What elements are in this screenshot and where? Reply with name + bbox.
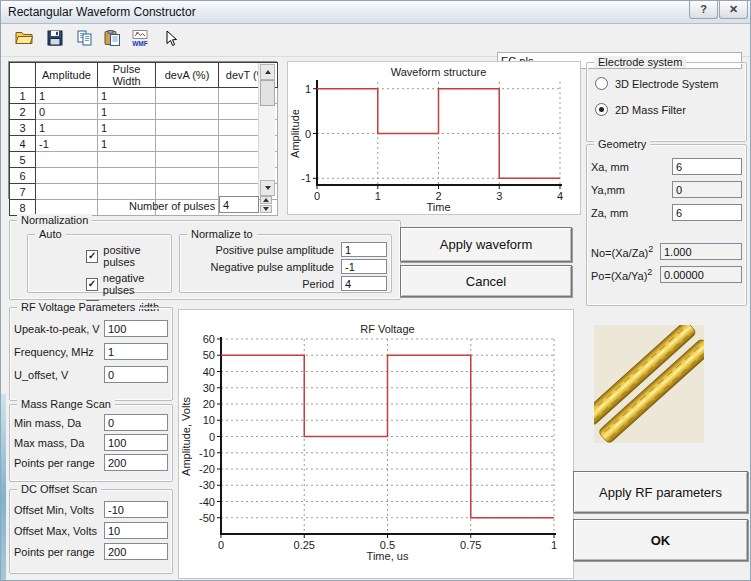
field-input[interactable] bbox=[672, 158, 742, 175]
table-scrollbar[interactable] bbox=[258, 63, 275, 197]
title-bar[interactable]: Rectangular Waveform Constructor ? ✕ bbox=[1, 1, 750, 24]
table-cell[interactable] bbox=[98, 168, 156, 184]
field-input[interactable] bbox=[341, 259, 387, 274]
field-input[interactable] bbox=[341, 276, 387, 291]
scroll-up-button[interactable] bbox=[260, 64, 275, 80]
table-row[interactable]: 201 bbox=[10, 104, 278, 120]
table-row[interactable]: 6 bbox=[10, 168, 278, 184]
apply-waveform-button[interactable]: Apply waveform bbox=[400, 227, 572, 262]
scroll-down-button[interactable] bbox=[260, 180, 275, 196]
spin-down-button[interactable] bbox=[260, 205, 272, 213]
field-input[interactable] bbox=[104, 501, 168, 518]
table-cell[interactable] bbox=[36, 152, 98, 168]
table-row[interactable]: 5 bbox=[10, 152, 278, 168]
table-cell[interactable] bbox=[156, 136, 219, 152]
table-cell[interactable]: 1 bbox=[98, 104, 156, 120]
checkbox-label: positive pulses bbox=[103, 244, 171, 268]
row-number-cell[interactable]: 3 bbox=[10, 120, 36, 136]
field-input[interactable] bbox=[104, 543, 168, 560]
save-icon[interactable] bbox=[43, 30, 67, 50]
ok-button[interactable]: OK bbox=[573, 519, 748, 561]
field-row: Xa, mm bbox=[587, 158, 746, 175]
field-input[interactable] bbox=[104, 366, 168, 383]
field-input[interactable] bbox=[104, 454, 168, 471]
table-cell[interactable] bbox=[36, 168, 98, 184]
field-input[interactable] bbox=[104, 522, 168, 539]
table-cell[interactable] bbox=[156, 168, 219, 184]
apply-rf-parameters-button[interactable]: Apply RF parameters bbox=[573, 471, 748, 513]
field-input[interactable] bbox=[104, 320, 168, 337]
svg-text:0: 0 bbox=[314, 190, 320, 202]
table-cell[interactable]: 1 bbox=[36, 120, 98, 136]
table-cell[interactable] bbox=[156, 152, 219, 168]
row-number-cell[interactable]: 1 bbox=[10, 88, 36, 104]
table-cell[interactable] bbox=[156, 120, 219, 136]
field-input[interactable] bbox=[672, 204, 742, 221]
field-input[interactable] bbox=[341, 242, 387, 257]
table-cell[interactable]: 1 bbox=[98, 120, 156, 136]
checkbox[interactable]: ✓ bbox=[86, 250, 98, 263]
table-row[interactable]: 311 bbox=[10, 120, 278, 136]
field-row: Upeak-to-peak, V bbox=[10, 320, 172, 337]
svg-text:0: 0 bbox=[218, 539, 224, 551]
table-cell[interactable]: 0 bbox=[36, 104, 98, 120]
dc-offset-scan-group: DC Offset Scan Offset Min, VoltsOffset M… bbox=[9, 489, 173, 574]
cancel-label: Cancel bbox=[466, 274, 506, 289]
checkbox-row: ✓negative pulses bbox=[86, 272, 171, 296]
number-of-pulses-input[interactable] bbox=[219, 196, 259, 213]
svg-text:Time: Time bbox=[426, 201, 450, 212]
export-wmf-icon[interactable]: WMF bbox=[128, 30, 152, 50]
table-cell[interactable] bbox=[98, 184, 156, 200]
table-row[interactable]: 111 bbox=[10, 88, 278, 104]
open-folder-icon[interactable] bbox=[13, 30, 37, 50]
table-cell[interactable] bbox=[156, 88, 219, 104]
svg-text:0: 0 bbox=[305, 128, 311, 140]
help-button[interactable]: ? bbox=[689, 1, 718, 19]
field-input[interactable] bbox=[660, 243, 742, 260]
table-cell[interactable]: 1 bbox=[36, 88, 98, 104]
field-row: Min mass, Da bbox=[10, 414, 172, 431]
spin-up-button[interactable] bbox=[260, 196, 272, 204]
row-number-cell[interactable]: 6 bbox=[10, 168, 36, 184]
cursor-arrow-icon[interactable] bbox=[159, 30, 183, 50]
table-cell[interactable] bbox=[156, 184, 219, 200]
table-cell[interactable]: 1 bbox=[98, 88, 156, 104]
field-row: Za, mm bbox=[587, 204, 746, 221]
number-of-pulses-stepper[interactable] bbox=[260, 196, 273, 213]
row-number-cell[interactable]: 2 bbox=[10, 104, 36, 120]
checkbox[interactable]: ✓ bbox=[86, 278, 98, 291]
scroll-thumb[interactable] bbox=[260, 80, 275, 106]
row-number-cell[interactable]: 7 bbox=[10, 184, 36, 200]
row-number-cell[interactable]: 4 bbox=[10, 136, 36, 152]
field-input[interactable] bbox=[104, 434, 168, 451]
table-cell[interactable] bbox=[36, 184, 98, 200]
field-input[interactable] bbox=[104, 414, 168, 431]
field-label: Positive pulse amplitude bbox=[184, 244, 339, 256]
table-cell[interactable]: 1 bbox=[98, 136, 156, 152]
field-input[interactable] bbox=[672, 181, 742, 198]
table-header: devA (%) bbox=[156, 63, 219, 88]
field-label: Xa, mm bbox=[591, 161, 647, 173]
table-cell[interactable]: -1 bbox=[36, 136, 98, 152]
field-label: Max mass, Da bbox=[14, 437, 102, 449]
cancel-button[interactable]: Cancel bbox=[400, 265, 572, 297]
radio-label: 3D Electrode System bbox=[615, 78, 718, 90]
pulse-table[interactable]: AmplitudePulse WidthdevA (%)devT (%)1112… bbox=[9, 62, 278, 216]
close-button[interactable]: ✕ bbox=[719, 1, 748, 19]
geometry-group-title: Geometry bbox=[594, 138, 650, 150]
field-row: Ya,mm bbox=[587, 181, 746, 198]
normalize-to-fields: Positive pulse amplitudeNegative pulse a… bbox=[180, 242, 391, 291]
radio-row: 3D Electrode System bbox=[595, 77, 746, 90]
table-row[interactable]: 4-11 bbox=[10, 136, 278, 152]
copy-icon[interactable] bbox=[73, 30, 97, 50]
radio-button[interactable] bbox=[595, 77, 608, 90]
field-input[interactable] bbox=[660, 266, 742, 283]
svg-text:0.75: 0.75 bbox=[460, 539, 481, 551]
row-number-cell[interactable]: 5 bbox=[10, 152, 36, 168]
table-cell[interactable] bbox=[98, 152, 156, 168]
paste-icon[interactable] bbox=[100, 30, 124, 50]
field-input[interactable] bbox=[104, 343, 168, 360]
radio-button[interactable] bbox=[595, 103, 608, 116]
table-cell[interactable] bbox=[156, 104, 219, 120]
svg-text:Amplitude, Volts: Amplitude, Volts bbox=[180, 397, 192, 476]
